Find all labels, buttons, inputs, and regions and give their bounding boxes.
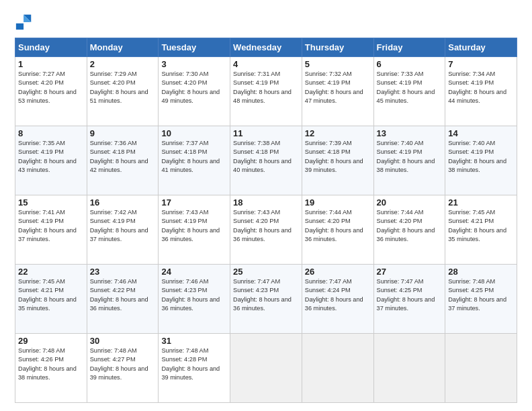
table-row: 15Sunrise: 7:41 AMSunset: 4:19 PMDayligh… bbox=[15, 195, 87, 265]
table-row: 30Sunrise: 7:48 AMSunset: 4:27 PMDayligh… bbox=[87, 334, 159, 403]
day-info: Sunrise: 7:45 AMSunset: 4:21 PMDaylight:… bbox=[18, 277, 84, 313]
day-number: 19 bbox=[305, 197, 371, 208]
svg-rect-3 bbox=[16, 24, 24, 30]
table-row: 16Sunrise: 7:42 AMSunset: 4:19 PMDayligh… bbox=[87, 195, 159, 265]
col-saturday: Saturday bbox=[445, 38, 517, 57]
table-row bbox=[445, 334, 517, 403]
calendar-week-row: 8Sunrise: 7:35 AMSunset: 4:19 PMDaylight… bbox=[15, 126, 517, 195]
table-row: 8Sunrise: 7:35 AMSunset: 4:19 PMDaylight… bbox=[15, 126, 87, 195]
day-info: Sunrise: 7:29 AMSunset: 4:20 PMDaylight:… bbox=[90, 70, 156, 105]
day-info: Sunrise: 7:30 AMSunset: 4:20 PMDaylight:… bbox=[161, 70, 227, 105]
day-number: 22 bbox=[18, 267, 84, 277]
table-row: 22Sunrise: 7:45 AMSunset: 4:21 PMDayligh… bbox=[15, 265, 87, 334]
calendar-week-row: 22Sunrise: 7:45 AMSunset: 4:21 PMDayligh… bbox=[15, 265, 517, 334]
table-row: 29Sunrise: 7:48 AMSunset: 4:26 PMDayligh… bbox=[15, 334, 87, 403]
day-number: 21 bbox=[448, 197, 514, 208]
table-row: 17Sunrise: 7:43 AMSunset: 4:19 PMDayligh… bbox=[159, 195, 230, 265]
day-number: 18 bbox=[233, 197, 299, 208]
col-thursday: Thursday bbox=[302, 38, 373, 57]
day-info: Sunrise: 7:48 AMSunset: 4:27 PMDaylight:… bbox=[90, 347, 156, 382]
day-info: Sunrise: 7:36 AMSunset: 4:18 PMDaylight:… bbox=[90, 139, 156, 175]
table-row: 1Sunrise: 7:27 AMSunset: 4:20 PMDaylight… bbox=[15, 57, 87, 126]
table-row: 20Sunrise: 7:44 AMSunset: 4:20 PMDayligh… bbox=[373, 195, 445, 265]
calendar-table: Sunday Monday Tuesday Wednesday Thursday… bbox=[15, 38, 517, 403]
day-number: 30 bbox=[90, 336, 156, 346]
day-info: Sunrise: 7:33 AMSunset: 4:19 PMDaylight:… bbox=[377, 70, 443, 105]
day-info: Sunrise: 7:42 AMSunset: 4:19 PMDaylight:… bbox=[90, 208, 156, 244]
table-row: 5Sunrise: 7:32 AMSunset: 4:19 PMDaylight… bbox=[302, 57, 373, 126]
col-tuesday: Tuesday bbox=[159, 38, 230, 57]
day-info: Sunrise: 7:47 AMSunset: 4:23 PMDaylight:… bbox=[233, 277, 299, 313]
day-number: 2 bbox=[90, 59, 156, 69]
day-info: Sunrise: 7:37 AMSunset: 4:18 PMDaylight:… bbox=[161, 139, 227, 175]
table-row: 25Sunrise: 7:47 AMSunset: 4:23 PMDayligh… bbox=[230, 265, 302, 334]
day-info: Sunrise: 7:48 AMSunset: 4:25 PMDaylight:… bbox=[448, 277, 514, 313]
table-row bbox=[230, 334, 302, 403]
day-info: Sunrise: 7:40 AMSunset: 4:19 PMDaylight:… bbox=[448, 139, 514, 175]
calendar-week-row: 29Sunrise: 7:48 AMSunset: 4:26 PMDayligh… bbox=[15, 334, 517, 403]
day-number: 28 bbox=[448, 267, 514, 277]
table-row: 14Sunrise: 7:40 AMSunset: 4:19 PMDayligh… bbox=[445, 126, 517, 195]
table-row: 24Sunrise: 7:46 AMSunset: 4:23 PMDayligh… bbox=[159, 265, 230, 334]
day-number: 8 bbox=[18, 128, 84, 138]
table-row: 2Sunrise: 7:29 AMSunset: 4:20 PMDaylight… bbox=[87, 57, 159, 126]
table-row bbox=[373, 334, 445, 403]
table-row: 31Sunrise: 7:48 AMSunset: 4:28 PMDayligh… bbox=[159, 334, 230, 403]
day-number: 27 bbox=[377, 267, 443, 277]
day-info: Sunrise: 7:46 AMSunset: 4:23 PMDaylight:… bbox=[161, 277, 227, 313]
day-number: 25 bbox=[233, 267, 299, 277]
day-number: 5 bbox=[305, 59, 371, 69]
day-info: Sunrise: 7:48 AMSunset: 4:28 PMDaylight:… bbox=[161, 347, 227, 382]
table-row: 6Sunrise: 7:33 AMSunset: 4:19 PMDaylight… bbox=[373, 57, 445, 126]
calendar-week-row: 1Sunrise: 7:27 AMSunset: 4:20 PMDaylight… bbox=[15, 57, 517, 126]
day-info: Sunrise: 7:41 AMSunset: 4:19 PMDaylight:… bbox=[18, 208, 84, 244]
day-number: 17 bbox=[161, 197, 227, 208]
day-info: Sunrise: 7:46 AMSunset: 4:22 PMDaylight:… bbox=[90, 277, 156, 313]
table-row: 12Sunrise: 7:39 AMSunset: 4:18 PMDayligh… bbox=[302, 126, 373, 195]
day-info: Sunrise: 7:44 AMSunset: 4:20 PMDaylight:… bbox=[377, 208, 443, 244]
day-info: Sunrise: 7:47 AMSunset: 4:25 PMDaylight:… bbox=[377, 277, 443, 313]
col-sunday: Sunday bbox=[15, 38, 87, 57]
day-number: 15 bbox=[18, 197, 84, 208]
day-info: Sunrise: 7:32 AMSunset: 4:19 PMDaylight:… bbox=[305, 70, 371, 105]
day-info: Sunrise: 7:43 AMSunset: 4:19 PMDaylight:… bbox=[161, 208, 227, 244]
col-monday: Monday bbox=[87, 38, 159, 57]
day-info: Sunrise: 7:35 AMSunset: 4:19 PMDaylight:… bbox=[18, 139, 84, 175]
day-number: 1 bbox=[18, 59, 84, 69]
table-row: 3Sunrise: 7:30 AMSunset: 4:20 PMDaylight… bbox=[159, 57, 230, 126]
day-number: 23 bbox=[90, 267, 156, 277]
day-info: Sunrise: 7:43 AMSunset: 4:20 PMDaylight:… bbox=[233, 208, 299, 244]
day-info: Sunrise: 7:48 AMSunset: 4:26 PMDaylight:… bbox=[18, 347, 84, 382]
day-number: 3 bbox=[161, 59, 227, 69]
table-row: 21Sunrise: 7:45 AMSunset: 4:21 PMDayligh… bbox=[445, 195, 517, 265]
calendar-week-row: 15Sunrise: 7:41 AMSunset: 4:19 PMDayligh… bbox=[15, 195, 517, 265]
table-row: 10Sunrise: 7:37 AMSunset: 4:18 PMDayligh… bbox=[159, 126, 230, 195]
day-number: 31 bbox=[161, 336, 227, 346]
day-info: Sunrise: 7:44 AMSunset: 4:20 PMDaylight:… bbox=[305, 208, 371, 244]
header bbox=[15, 12, 517, 31]
logo-icon bbox=[15, 12, 34, 31]
table-row: 28Sunrise: 7:48 AMSunset: 4:25 PMDayligh… bbox=[445, 265, 517, 334]
day-info: Sunrise: 7:27 AMSunset: 4:20 PMDaylight:… bbox=[18, 70, 84, 105]
day-info: Sunrise: 7:40 AMSunset: 4:19 PMDaylight:… bbox=[377, 139, 443, 175]
table-row: 19Sunrise: 7:44 AMSunset: 4:20 PMDayligh… bbox=[302, 195, 373, 265]
day-number: 24 bbox=[161, 267, 227, 277]
day-number: 4 bbox=[233, 59, 299, 69]
table-row: 4Sunrise: 7:31 AMSunset: 4:19 PMDaylight… bbox=[230, 57, 302, 126]
day-number: 29 bbox=[18, 336, 84, 346]
day-number: 9 bbox=[90, 128, 156, 138]
day-number: 6 bbox=[377, 59, 443, 69]
day-number: 12 bbox=[305, 128, 371, 138]
day-info: Sunrise: 7:45 AMSunset: 4:21 PMDaylight:… bbox=[448, 208, 514, 244]
day-info: Sunrise: 7:38 AMSunset: 4:18 PMDaylight:… bbox=[233, 139, 299, 175]
table-row: 23Sunrise: 7:46 AMSunset: 4:22 PMDayligh… bbox=[87, 265, 159, 334]
day-info: Sunrise: 7:39 AMSunset: 4:18 PMDaylight:… bbox=[305, 139, 371, 175]
calendar-header-row: Sunday Monday Tuesday Wednesday Thursday… bbox=[15, 38, 517, 57]
table-row: 26Sunrise: 7:47 AMSunset: 4:24 PMDayligh… bbox=[302, 265, 373, 334]
day-number: 26 bbox=[305, 267, 371, 277]
table-row: 7Sunrise: 7:34 AMSunset: 4:19 PMDaylight… bbox=[445, 57, 517, 126]
page: Sunday Monday Tuesday Wednesday Thursday… bbox=[0, 0, 532, 411]
day-number: 13 bbox=[377, 128, 443, 138]
table-row: 9Sunrise: 7:36 AMSunset: 4:18 PMDaylight… bbox=[87, 126, 159, 195]
logo bbox=[15, 12, 36, 31]
